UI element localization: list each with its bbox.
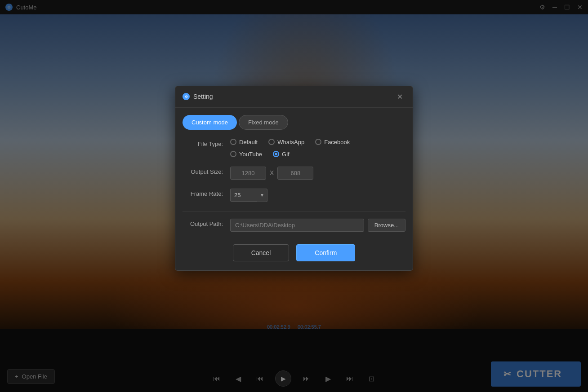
radio-whatsapp[interactable]: WhatsApp [268, 139, 304, 145]
output-size-label: Output Size: [183, 167, 223, 175]
radio-facebook[interactable]: Facebook [315, 139, 350, 145]
dialog-tabs: Custom mode Fixed mode [175, 108, 413, 130]
radio-youtube-circle [230, 151, 236, 157]
dialog-title: Setting [193, 93, 213, 100]
tab-fixed-mode[interactable]: Fixed mode [239, 115, 288, 130]
radio-default[interactable]: Default [230, 139, 258, 145]
file-type-options: Default WhatsApp Facebook [230, 139, 350, 158]
radio-gif-circle [273, 151, 279, 157]
radio-youtube[interactable]: YouTube [230, 151, 262, 158]
output-path-group: Browse... [230, 219, 405, 232]
dialog-title-icon: ⚙ [183, 93, 190, 100]
dialog-close-button[interactable]: ✕ [394, 92, 405, 102]
radio-gif[interactable]: Gif [273, 151, 290, 158]
settings-dialog: ⚙ Setting ✕ Custom mode Fixed mode File … [175, 86, 413, 271]
dialog-title-left: ⚙ Setting [183, 93, 213, 100]
file-type-row-1: Default WhatsApp Facebook [230, 139, 350, 145]
radio-whatsapp-circle [268, 139, 275, 145]
file-type-row-2: YouTube Gif [230, 151, 350, 158]
file-type-row: File Type: Default WhatsApp [183, 139, 405, 158]
radio-whatsapp-label: WhatsApp [277, 139, 304, 145]
frame-rate-dropdown-button[interactable]: ▼ [257, 189, 267, 202]
output-size-group: X [230, 167, 313, 180]
divider [183, 211, 405, 211]
frame-rate-select: ▼ [230, 189, 267, 202]
tab-custom-mode[interactable]: Custom mode [183, 115, 237, 130]
radio-youtube-label: YouTube [239, 151, 262, 158]
output-path-label: Output Path: [183, 219, 223, 227]
radio-default-label: Default [239, 139, 258, 145]
dialog-actions: Cancel Confirm [175, 241, 413, 270]
width-input[interactable] [230, 167, 266, 180]
frame-rate-input[interactable] [230, 189, 257, 202]
browse-button[interactable]: Browse... [368, 219, 405, 232]
size-x-label: X [270, 169, 274, 176]
height-input[interactable] [277, 167, 313, 180]
radio-gif-label: Gif [282, 151, 290, 158]
radio-default-circle [230, 139, 236, 145]
dialog-content: File Type: Default WhatsApp [175, 130, 413, 241]
radio-facebook-label: Facebook [324, 139, 350, 145]
output-path-row: Output Path: Browse... [183, 219, 405, 232]
radio-facebook-circle [315, 139, 321, 145]
cancel-button[interactable]: Cancel [233, 244, 290, 261]
output-path-input[interactable] [230, 219, 364, 232]
modal-overlay: ⚙ Setting ✕ Custom mode Fixed mode File … [0, 0, 588, 392]
frame-rate-label: Frame Rate: [183, 189, 223, 197]
output-size-row: Output Size: X [183, 167, 405, 180]
frame-rate-row: Frame Rate: ▼ [183, 189, 405, 202]
dialog-titlebar: ⚙ Setting ✕ [175, 86, 413, 108]
confirm-button[interactable]: Confirm [296, 244, 355, 261]
file-type-label: File Type: [183, 139, 223, 147]
